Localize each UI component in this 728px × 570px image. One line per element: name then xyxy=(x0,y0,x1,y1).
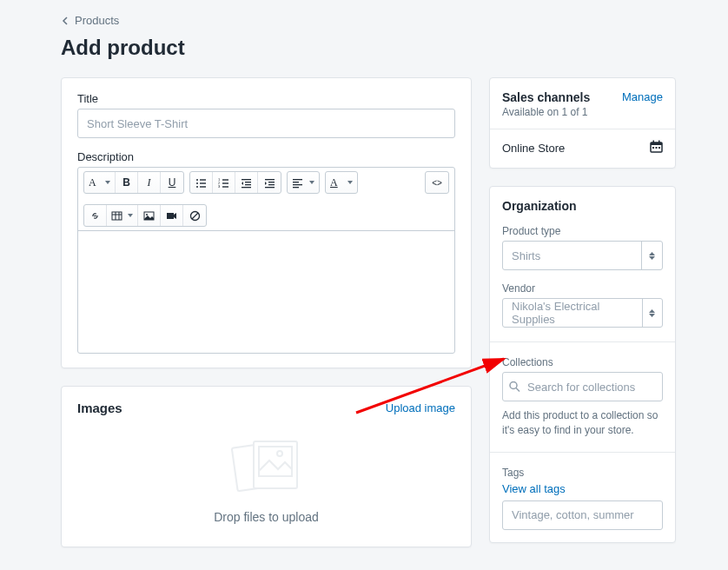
svg-line-32 xyxy=(192,213,198,219)
organization-heading: Organization xyxy=(502,199,663,213)
title-label: Title xyxy=(77,92,455,105)
rte-color-dropdown[interactable]: A xyxy=(326,172,357,193)
product-type-select[interactable]: Shirts xyxy=(502,241,663,270)
tags-heading: Tags xyxy=(502,467,663,479)
rte-outdent-button[interactable] xyxy=(235,172,258,193)
rte-table-dropdown[interactable] xyxy=(107,205,138,226)
svg-rect-30 xyxy=(167,213,174,219)
svg-rect-7 xyxy=(222,179,228,180)
sales-channels-heading: Sales channels xyxy=(502,90,590,104)
dropzone-text: Drop files to upload xyxy=(214,510,319,524)
select-caret-icon xyxy=(642,299,662,327)
svg-rect-20 xyxy=(293,179,302,180)
svg-rect-24 xyxy=(112,212,122,220)
channel-name: Online Store xyxy=(502,142,565,155)
svg-rect-41 xyxy=(652,147,654,149)
svg-point-4 xyxy=(196,186,198,188)
svg-rect-18 xyxy=(268,184,275,185)
svg-point-44 xyxy=(510,382,517,389)
title-input[interactable] xyxy=(77,109,455,138)
chevron-left-icon xyxy=(61,17,69,25)
svg-rect-23 xyxy=(293,187,299,188)
svg-rect-43 xyxy=(659,147,660,149)
collections-helper: Add this product to a collection so it's… xyxy=(502,408,663,438)
image-dropzone[interactable]: Drop files to upload xyxy=(77,415,455,533)
rte-format-dropdown[interactable]: A xyxy=(84,172,116,193)
collections-search-input[interactable] xyxy=(502,372,663,401)
rte-clear-format-button[interactable] xyxy=(183,205,206,226)
svg-point-29 xyxy=(146,214,148,215)
svg-line-45 xyxy=(516,388,520,392)
svg-rect-14 xyxy=(245,184,251,185)
vendor-select[interactable]: Nikola's Electrical Supplies xyxy=(502,298,663,328)
card-sales-channels: Sales channels Available on 1 of 1 Manag… xyxy=(489,77,676,169)
svg-rect-5 xyxy=(200,186,206,187)
svg-rect-15 xyxy=(242,187,251,188)
vendor-label: Vendor xyxy=(502,282,663,295)
svg-point-0 xyxy=(196,179,198,181)
svg-rect-11 xyxy=(222,186,228,187)
sales-channels-subtext: Available on 1 of 1 xyxy=(502,106,590,118)
upload-image-link[interactable]: Upload image xyxy=(386,401,455,414)
rte-html-button[interactable]: <> xyxy=(426,172,448,193)
breadcrumb[interactable]: Products xyxy=(61,14,676,27)
svg-rect-13 xyxy=(245,182,251,182)
product-type-label: Product type xyxy=(502,225,663,237)
svg-rect-3 xyxy=(200,182,206,183)
svg-rect-22 xyxy=(293,184,302,185)
svg-rect-16 xyxy=(265,179,275,180)
svg-rect-19 xyxy=(265,187,275,188)
page-title: Add product xyxy=(61,36,676,60)
svg-rect-12 xyxy=(242,179,251,180)
svg-text:3: 3 xyxy=(218,184,221,189)
rte-bullet-list-button[interactable] xyxy=(190,172,213,193)
search-icon xyxy=(509,381,520,393)
rte-toolbar: A B I U 123 xyxy=(78,168,454,231)
svg-rect-34 xyxy=(254,441,297,488)
rte-link-button[interactable] xyxy=(84,205,107,226)
tags-input[interactable] xyxy=(502,500,663,530)
svg-rect-38 xyxy=(651,142,662,145)
svg-rect-21 xyxy=(293,182,299,182)
svg-rect-1 xyxy=(200,179,206,180)
card-title-description: Title Description A B I U xyxy=(61,77,472,368)
rte-underline-button[interactable]: U xyxy=(161,172,183,193)
images-heading: Images xyxy=(77,401,122,415)
svg-rect-40 xyxy=(659,141,660,143)
manage-channels-link[interactable]: Manage xyxy=(622,90,663,103)
collections-heading: Collections xyxy=(502,356,663,368)
card-images: Images Upload image xyxy=(61,386,472,547)
breadcrumb-label: Products xyxy=(75,14,119,27)
calendar-icon[interactable] xyxy=(650,140,663,156)
rte-image-button[interactable] xyxy=(138,205,161,226)
rich-text-editor: A B I U 123 xyxy=(77,167,455,354)
svg-rect-39 xyxy=(653,141,655,143)
svg-point-2 xyxy=(196,182,198,184)
rte-align-dropdown[interactable] xyxy=(288,172,319,193)
select-caret-icon xyxy=(641,242,662,269)
description-label: Description xyxy=(77,150,455,163)
card-organization: Organization Product type Shirts Vendor xyxy=(489,186,676,543)
svg-rect-17 xyxy=(268,182,275,182)
svg-rect-9 xyxy=(222,182,228,183)
rte-video-button[interactable] xyxy=(161,205,183,226)
rte-numbered-list-button[interactable]: 123 xyxy=(213,172,235,193)
svg-rect-42 xyxy=(656,147,658,149)
view-all-tags-link[interactable]: View all tags xyxy=(502,482,663,495)
rte-body[interactable] xyxy=(78,231,454,353)
rte-bold-button[interactable]: B xyxy=(116,172,138,193)
rte-indent-button[interactable] xyxy=(258,172,281,193)
rte-italic-button[interactable]: I xyxy=(138,172,161,193)
dropzone-illustration-icon xyxy=(228,433,306,498)
